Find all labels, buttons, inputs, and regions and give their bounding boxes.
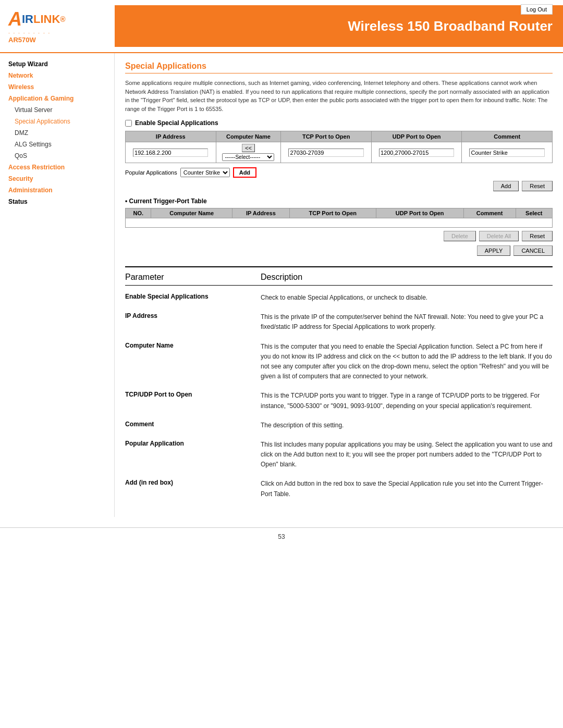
trigger-table: NO. Computer Name IP Address TCP Port to… (125, 208, 553, 228)
ip-input[interactable] (133, 149, 208, 157)
comment-input[interactable] (469, 149, 545, 157)
enable-label: Enable Special Applications (135, 119, 218, 127)
delete-button[interactable]: Delete (444, 231, 476, 241)
udp-port-input[interactable] (379, 149, 454, 157)
sidebar-item-status[interactable]: Status (0, 196, 114, 207)
popular-applications-label: Popular Applications (125, 169, 177, 176)
col-computer: Computer Name (216, 131, 281, 142)
trigger-col-tcp: TCP Port to Open (289, 208, 376, 218)
param-row-enable: Enable Special Applications Check to ena… (125, 293, 553, 303)
param-row-computer: Computer Name This is the computer that … (125, 342, 553, 382)
sidebar-item-qos[interactable]: QoS (0, 150, 114, 162)
trigger-title: Current Trigger-Port Table (125, 198, 553, 205)
parameter-section: Parameter Description Enable Special App… (125, 266, 553, 499)
trigger-col-computer: Computer Name (151, 208, 232, 218)
config-table: IP Address Computer Name TCP Port to Ope… (125, 131, 553, 163)
param-row-tcpudp: TCP/UDP Port to Open This is the TCP/UDP… (125, 391, 553, 411)
col-tcp: TCP Port to Open (281, 131, 372, 142)
sidebar-item-access-restriction[interactable]: Access Restriction (0, 162, 114, 173)
param-col-header: Parameter (125, 273, 261, 282)
popular-select[interactable]: Counter Strike (180, 168, 230, 177)
header-title: Wireless 150 Broadband Router (348, 18, 553, 34)
trigger-col-udp: UDP Port to Open (376, 208, 463, 218)
sidebar-item-wireless[interactable]: Wireless (0, 81, 114, 93)
trigger-reset-button[interactable]: Reset (522, 231, 553, 241)
tcp-port-input[interactable] (288, 149, 363, 157)
param-row-ip: IP Address This is the private IP of the… (125, 312, 553, 332)
sidebar-item-dmz[interactable]: DMZ (0, 127, 114, 139)
trigger-col-select: Select (516, 208, 552, 218)
sidebar-item-app-gaming[interactable]: Application & Gaming (0, 93, 114, 104)
col-udp: UDP Port to Open (371, 131, 462, 142)
logout-button[interactable]: Log Out (521, 4, 553, 15)
param-row-comment: Comment The description of this setting. (125, 421, 553, 430)
param-row-add: Add (in red box) Click on Add button in … (125, 479, 553, 499)
enable-special-applications-checkbox[interactable] (125, 120, 132, 127)
computer-select[interactable]: ------Select------ (222, 153, 274, 161)
sidebar-item-virtual-server[interactable]: Virtual Server (0, 104, 114, 116)
sidebar-item-administration[interactable]: Administration (0, 184, 114, 196)
col-comment: Comment (462, 131, 553, 142)
sidebar-item-special-applications[interactable]: Special Applications (0, 116, 114, 127)
trigger-empty-row (126, 218, 553, 228)
param-row-popular: Popular Application This list includes m… (125, 440, 553, 470)
sidebar-item-setup-wizard[interactable]: Setup Wizard (0, 58, 114, 70)
trigger-col-ip: IP Address (232, 208, 289, 218)
col-ip: IP Address (126, 131, 216, 142)
trigger-col-comment: Comment (463, 208, 516, 218)
page-description: Some applications require multiple conne… (125, 79, 553, 113)
sidebar-item-security[interactable]: Security (0, 173, 114, 184)
cancel-button[interactable]: CANCEL (513, 245, 553, 256)
footer: 53 (0, 527, 563, 546)
add-button[interactable]: Add (493, 181, 519, 191)
add-red-button[interactable]: Add (233, 167, 256, 178)
content-area: Special Applications Some applications r… (115, 53, 563, 517)
model-number: AR570W (8, 36, 36, 44)
apply-button[interactable]: APPLY (477, 245, 511, 256)
trigger-col-no: NO. (126, 208, 151, 218)
arrow-button[interactable]: << (242, 144, 255, 152)
page-title: Special Applications (125, 61, 553, 73)
desc-col-header: Description (261, 273, 553, 282)
page-number: 53 (278, 533, 285, 540)
delete-all-button[interactable]: Delete All (479, 231, 519, 241)
reset-button[interactable]: Reset (522, 181, 553, 191)
sidebar: Setup Wizard Network Wireless Applicatio… (0, 53, 115, 517)
sidebar-item-network[interactable]: Network (0, 70, 114, 81)
table-row: << ------Select------ (126, 142, 553, 163)
sidebar-item-alg-settings[interactable]: ALG Settings (0, 139, 114, 150)
